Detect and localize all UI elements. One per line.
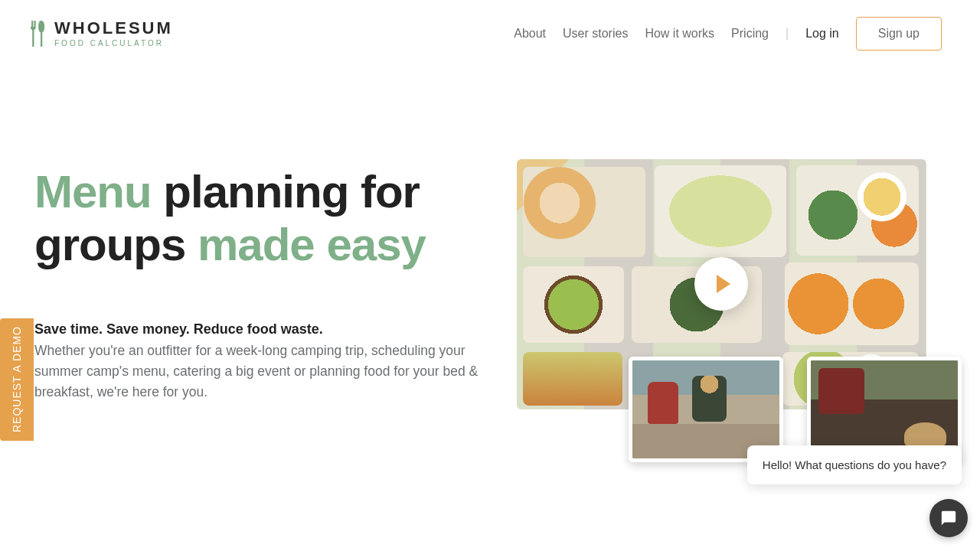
food-tray-icon xyxy=(655,165,786,257)
chat-icon xyxy=(940,510,957,527)
signup-button[interactable]: Sign up xyxy=(856,17,942,51)
chat-launcher-button[interactable] xyxy=(929,499,968,537)
brand-logo[interactable]: WHOLESUM FOOD CALCULATOR xyxy=(27,20,173,47)
request-demo-tab[interactable]: REQUEST A DEMO xyxy=(0,318,34,441)
food-tray-icon xyxy=(523,266,624,343)
fork-spoon-icon xyxy=(27,21,48,47)
brand-text: WHOLESUM FOOD CALCULATOR xyxy=(54,20,173,47)
hero-headline: Menu planning for groups made easy xyxy=(34,165,494,271)
nav-divider: | xyxy=(786,27,789,41)
food-tray-icon xyxy=(785,262,919,345)
nav-link-how-it-works[interactable]: How it works xyxy=(645,27,714,41)
play-video-button[interactable] xyxy=(694,257,748,311)
brand-subtitle: FOOD CALCULATOR xyxy=(54,40,173,47)
headline-accent-2: made easy xyxy=(198,219,426,270)
chat-greeting-bubble[interactable]: Hello! What questions do you have? xyxy=(747,445,962,484)
site-header: WHOLESUM FOOD CALCULATOR About User stor… xyxy=(0,0,980,67)
brand-name: WHOLESUM xyxy=(54,20,173,37)
nav-link-pricing[interactable]: Pricing xyxy=(731,27,769,41)
headline-accent-1: Menu xyxy=(34,166,152,217)
login-link[interactable]: Log in xyxy=(805,27,839,41)
hero-tagline: Save time. Save money. Reduce food waste… xyxy=(34,321,494,337)
main-nav: About User stories How it works Pricing … xyxy=(514,17,942,51)
food-tray-icon xyxy=(523,352,622,406)
food-tray-icon xyxy=(523,167,645,257)
hero-copy: Menu planning for groups made easy Save … xyxy=(34,159,494,403)
food-tray-icon xyxy=(796,165,919,256)
nav-link-about[interactable]: About xyxy=(514,27,546,41)
hero-media xyxy=(517,159,942,409)
hero-body: Whether you're an outfitter for a week-l… xyxy=(34,341,486,403)
nav-link-user-stories[interactable]: User stories xyxy=(563,27,628,41)
hero-section: Menu planning for groups made easy Save … xyxy=(0,67,980,409)
